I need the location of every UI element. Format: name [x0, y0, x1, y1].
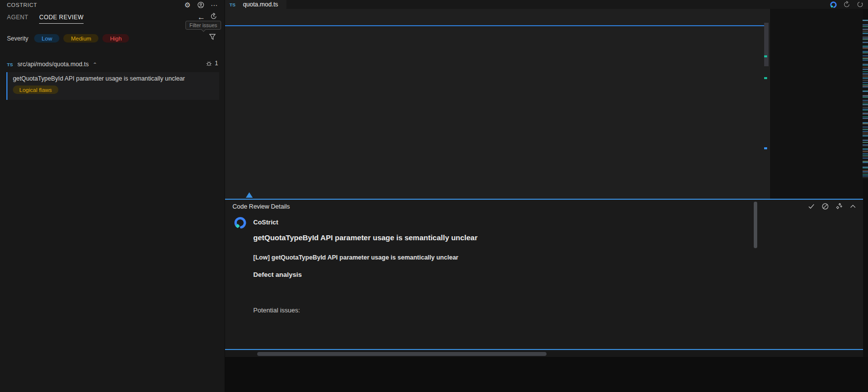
severity-label: Severity: [7, 35, 28, 42]
ruler-mark-blue: [764, 147, 767, 149]
file-path: src/api/mods/quota.mod.ts: [17, 61, 89, 68]
chevron-up-icon[interactable]: ⌃: [92, 62, 97, 67]
horizontal-scrollbar[interactable]: [257, 352, 547, 356]
collapse-chevron-icon[interactable]: [849, 203, 857, 210]
reject-block-icon[interactable]: [822, 203, 829, 210]
editor-group: TS quota.mod.ts Code Review Details: [225, 0, 868, 392]
severity-pill-low[interactable]: Low: [34, 34, 59, 43]
sticky-scroll-border: [225, 25, 764, 26]
costrict-logo: [234, 216, 247, 229]
issue-list-entry[interactable]: getQuotaTypeById API parameter usage is …: [6, 72, 219, 100]
editor-empty-region: [770, 9, 863, 199]
refresh-icon[interactable]: [857, 1, 864, 8]
ruler-mark-teal: [764, 77, 767, 79]
tab-agent[interactable]: AGENT: [7, 14, 28, 24]
code-editor[interactable]: [225, 20, 770, 199]
file-tree-item[interactable]: TS src/api/mods/quota.mod.ts ⌃ 1: [7, 60, 218, 69]
settings-gear-icon[interactable]: ⚙: [183, 1, 191, 9]
severity-pill-medium[interactable]: Medium: [63, 34, 98, 43]
ts-file-icon: TS: [7, 62, 13, 67]
editor-tabbar: TS quota.mod.ts: [225, 0, 868, 9]
filter-tooltip: Filter issues: [185, 21, 221, 30]
editor-tab-quota-mod-ts[interactable]: TS quota.mod.ts: [225, 0, 286, 9]
editor-scrollbar[interactable]: [764, 23, 769, 66]
panel-scrollbar[interactable]: [754, 202, 757, 248]
sidebar-title: COSTRICT: [7, 2, 37, 8]
panel-title: Code Review Details: [232, 203, 290, 210]
review-widget-arrow-icon: [246, 192, 253, 198]
bug-icon: [206, 60, 212, 67]
ruler-mark-teal: [764, 55, 767, 57]
issue-title: getQuotaTypeById API parameter usage is …: [13, 75, 185, 82]
severity-pill-high[interactable]: High: [102, 34, 129, 43]
tab-code-review[interactable]: CODE REVIEW: [39, 14, 84, 24]
review-subheading: [Low] getQuotaTypeById API parameter usa…: [253, 254, 458, 261]
potential-issues-label: Potential issues:: [253, 306, 300, 314]
bottom-empty-region: [225, 357, 868, 392]
provider-name: CoStrict: [253, 218, 278, 226]
accept-check-icon[interactable]: [808, 203, 815, 210]
account-icon[interactable]: [197, 1, 205, 9]
code-review-details-panel: Code Review Details CoStrict getQuotaTyp…: [225, 199, 863, 350]
review-heading: getQuotaTypeById API parameter usage is …: [253, 233, 478, 242]
filter-icon[interactable]: [209, 33, 216, 41]
more-actions-icon[interactable]: ···: [210, 1, 218, 9]
costrict-sidebar: COSTRICT ⚙ ··· AGENT CODE REVIEW ← Filte…: [0, 0, 225, 392]
costrict-icon[interactable]: [830, 1, 837, 8]
sidebar-tabs: AGENT CODE REVIEW: [7, 14, 84, 24]
bug-count: 1: [206, 60, 218, 67]
overview-ruler[interactable]: [863, 20, 868, 178]
fix-sparkle-icon[interactable]: [835, 203, 843, 210]
issue-tag-badge: Logical flaws: [13, 86, 58, 94]
breadcrumb: [225, 9, 770, 20]
defect-analysis-heading: Defect analysis: [253, 271, 302, 278]
ts-file-icon: TS: [229, 2, 235, 7]
history-icon[interactable]: [843, 1, 851, 8]
